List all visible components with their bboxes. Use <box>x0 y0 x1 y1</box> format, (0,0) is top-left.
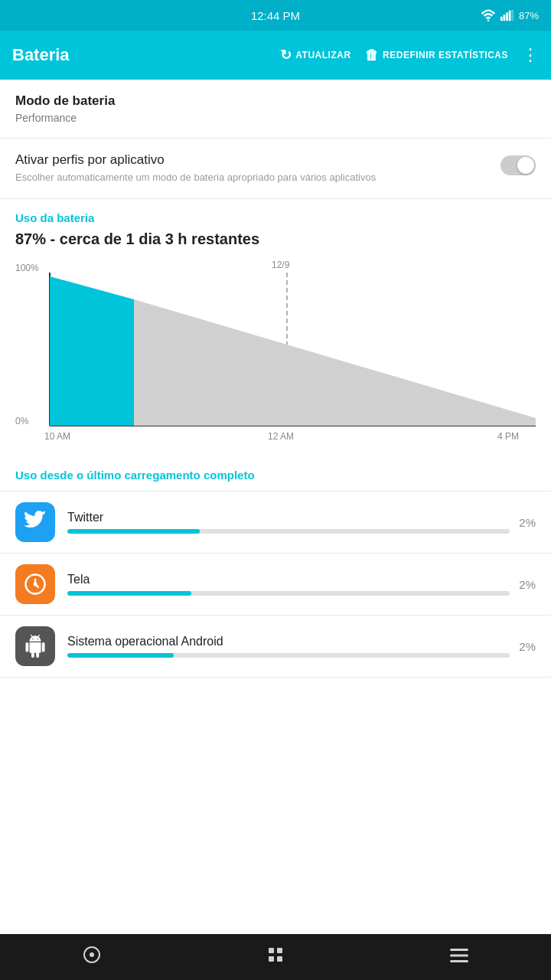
per-app-profiles-toggle[interactable] <box>500 155 536 175</box>
app-bar-title: Bateria <box>12 45 280 65</box>
twitter-bar-bg <box>67 529 510 534</box>
battery-mode-section[interactable]: Modo de bateria Performance <box>0 80 551 139</box>
android-info: Sistema operacional Android <box>67 635 510 658</box>
status-bar: 12:44 PM 87% <box>0 0 551 31</box>
svg-rect-13 <box>269 948 274 953</box>
app-bar-actions: ↻ ATUALIZAR 🗑 REDEFINIR ESTATÍSTICAS ⋮ <box>280 45 539 65</box>
svg-rect-3 <box>506 12 508 21</box>
svg-rect-15 <box>269 956 274 962</box>
status-icons: 87% <box>481 9 539 21</box>
android-bar-bg <box>67 653 510 658</box>
android-icon <box>15 626 55 666</box>
svg-point-0 <box>487 19 490 21</box>
svg-rect-5 <box>511 10 514 21</box>
menu-button[interactable] <box>450 947 468 967</box>
per-app-profiles-text: Ativar perfis por aplicativo Escolher au… <box>15 152 500 185</box>
app-item-twitter[interactable]: Twitter 2% <box>0 492 551 554</box>
date-label: 12/9 <box>272 260 290 270</box>
app-item-tela[interactable]: Tela 2% <box>0 554 551 616</box>
svg-rect-17 <box>450 949 468 951</box>
per-app-profiles-title: Ativar perfis por aplicativo <box>15 152 500 168</box>
refresh-icon: ↻ <box>280 47 292 64</box>
svg-rect-1 <box>500 17 503 21</box>
svg-point-12 <box>90 952 94 957</box>
app-bar: Bateria ↻ ATUALIZAR 🗑 REDEFINIR ESTATÍST… <box>0 31 551 80</box>
battery-chart-svg: 100% 0% 12/9 10 AM 12 AM 4 PM <box>15 257 536 449</box>
svg-rect-16 <box>277 956 282 962</box>
refresh-label: ATUALIZAR <box>295 50 350 60</box>
tela-info: Tela <box>67 573 510 596</box>
delete-icon: 🗑 <box>365 47 380 64</box>
battery-mode-label: Modo de bateria <box>15 93 536 109</box>
per-app-profiles-section: Ativar perfis por aplicativo Escolher au… <box>0 139 551 199</box>
bottom-navigation <box>0 934 551 980</box>
actual-area <box>50 276 134 426</box>
twitter-percent: 2% <box>519 516 536 529</box>
battery-percent: 87% <box>519 10 539 21</box>
tela-icon <box>15 564 55 604</box>
tela-bar-fill <box>67 591 191 596</box>
android-name: Sistema operacional Android <box>67 635 510 648</box>
x-label-4pm: 4 PM <box>497 431 519 442</box>
usage-since-label: Uso desde o último carregamento completo <box>0 459 551 492</box>
refresh-button[interactable]: ↻ ATUALIZAR <box>280 47 351 64</box>
android-percent: 2% <box>519 640 536 653</box>
signal-icon <box>500 9 514 21</box>
usage-heading: Uso da bateria <box>0 199 551 227</box>
svg-rect-4 <box>509 11 511 21</box>
projected-area <box>134 299 536 426</box>
reset-label: REDEFINIR ESTATÍSTICAS <box>383 50 508 60</box>
twitter-info: Twitter <box>67 511 510 534</box>
tela-bar-bg <box>67 591 510 596</box>
y-label-100: 100% <box>15 263 39 273</box>
android-bar-fill <box>67 653 174 658</box>
svg-rect-19 <box>450 960 468 962</box>
home-button[interactable] <box>266 946 285 969</box>
content-area: Modo de bateria Performance Ativar perfi… <box>0 80 551 934</box>
more-options-button[interactable]: ⋮ <box>522 45 539 65</box>
tela-name: Tela <box>67 573 510 586</box>
x-label-10am: 10 AM <box>44 431 70 442</box>
wifi-icon <box>481 9 496 21</box>
twitter-name: Twitter <box>67 511 510 524</box>
x-label-12am: 12 AM <box>268 431 294 442</box>
twitter-bar-fill <box>67 529 200 534</box>
per-app-profiles-row: Ativar perfis por aplicativo Escolher au… <box>15 152 536 185</box>
usage-percent: 87% - cerca de 1 dia 3 h restantes <box>0 227 551 257</box>
twitter-icon <box>15 502 55 542</box>
svg-rect-14 <box>277 948 282 953</box>
back-button[interactable] <box>83 946 101 969</box>
app-item-android[interactable]: Sistema operacional Android 2% <box>0 616 551 678</box>
per-app-profiles-desc: Escolher automaticamente um modo de bate… <box>15 171 398 185</box>
status-time: 12:44 PM <box>251 9 300 22</box>
battery-mode-value: Performance <box>15 112 536 124</box>
svg-point-10 <box>34 583 37 586</box>
y-label-0: 0% <box>15 416 29 426</box>
battery-chart: 100% 0% 12/9 10 AM 12 AM 4 PM <box>0 257 551 459</box>
svg-rect-18 <box>450 955 468 957</box>
tela-percent: 2% <box>519 578 536 591</box>
svg-rect-2 <box>504 15 506 21</box>
reset-button[interactable]: 🗑 REDEFINIR ESTATÍSTICAS <box>365 47 508 64</box>
